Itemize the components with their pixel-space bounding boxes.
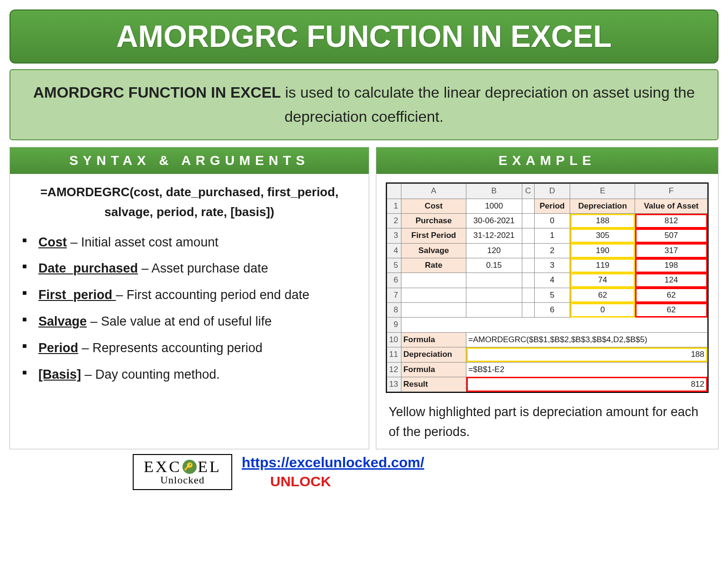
period-4: 4 — [534, 273, 570, 288]
footer: EXC 🔑 EL Unlocked https://excelunlocked.… — [9, 454, 719, 490]
header-value: Value of Asset — [635, 199, 708, 213]
arg-cost: Cost – Initial asset cost amount — [22, 233, 359, 253]
value-salvage: 120 — [466, 243, 522, 258]
dep-1: 305 — [570, 228, 635, 243]
label-rate: Rate — [401, 258, 466, 273]
cell-corner — [387, 184, 401, 199]
period-1: 1 — [534, 228, 570, 243]
col-B: B — [466, 184, 522, 199]
dep-2: 190 — [570, 243, 635, 258]
col-C: C — [522, 184, 534, 199]
two-column-layout: SYNTAX & ARGUMENTS =AMORDEGRC(cost, date… — [9, 147, 719, 449]
value-cost: 1000 — [466, 199, 522, 213]
page-title: AMORDGRC FUNCTION IN EXCEL — [9, 9, 719, 64]
footer-links: https://excelunlocked.com/ UNLOCK — [242, 455, 424, 490]
value-first-period: 31-12-2021 — [466, 228, 522, 243]
formula2-label: Formula — [401, 362, 466, 377]
header-depreciation: Depreciation — [570, 199, 635, 213]
footer-unlock: UNLOCK — [242, 473, 424, 490]
formula1-label: Formula — [401, 332, 466, 347]
logo-top: EXC 🔑 EL — [144, 458, 221, 476]
dep-result-value: 188 — [466, 347, 708, 362]
example-heading: EXAMPLE — [376, 147, 718, 174]
example-body: A B C D E F 1 Cost 1000 Period Depreciat… — [376, 174, 718, 449]
syntax-formula: =AMORDEGRC(cost, date_purchased, first_p… — [19, 182, 359, 222]
value-rate: 0.15 — [466, 258, 522, 273]
argument-list: Cost – Initial asset cost amount Date_pu… — [19, 233, 359, 385]
dep-result-label: Depreciation — [401, 347, 466, 362]
val-6: 62 — [635, 303, 708, 318]
formula1-value: =AMORDEGRC($B$1,$B$2,$B$3,$B$4,D2,$B$5) — [466, 332, 708, 347]
label-cost: Cost — [401, 199, 466, 213]
arg-date-purchased: Date_purchased – Asset purchase date — [22, 259, 359, 279]
val-2: 317 — [635, 243, 708, 258]
val-1: 507 — [635, 228, 708, 243]
logo-bottom: Unlocked — [160, 474, 205, 486]
description-box: AMORDGRC FUNCTION IN EXCEL is used to ca… — [9, 69, 719, 140]
footer-url[interactable]: https://excelunlocked.com/ — [242, 455, 424, 471]
arg-first-period: First_period – First accounting period e… — [22, 285, 359, 305]
val-4: 124 — [635, 273, 708, 288]
period-2: 2 — [534, 243, 570, 258]
example-panel: EXAMPLE A B C D E F 1 Cost — [376, 147, 719, 449]
period-6: 6 — [534, 303, 570, 318]
period-5: 5 — [534, 288, 570, 302]
label-first-period: First Period — [401, 228, 466, 243]
val-0: 812 — [635, 214, 708, 228]
val-3: 198 — [635, 258, 708, 273]
period-0: 0 — [534, 214, 570, 228]
arg-period: Period – Represents accounting period — [22, 338, 359, 358]
spreadsheet: A B C D E F 1 Cost 1000 Period Depreciat… — [386, 182, 709, 393]
col-D: D — [534, 184, 570, 199]
val-5: 62 — [635, 288, 708, 302]
label-purchase: Purchase — [401, 214, 466, 228]
logo: EXC 🔑 EL Unlocked — [133, 454, 232, 490]
col-A: A — [401, 184, 466, 199]
description-rest: is used to calculate the linear deprecia… — [281, 84, 695, 125]
arg-basis: [Basis] – Day counting method. — [22, 365, 359, 385]
dep-3: 119 — [570, 258, 635, 273]
col-F: F — [635, 184, 708, 199]
arg-salvage: Salvage – Sale value at end of useful li… — [22, 312, 359, 332]
key-icon: 🔑 — [182, 460, 197, 474]
syntax-heading: SYNTAX & ARGUMENTS — [10, 147, 369, 174]
header-period: Period — [534, 199, 570, 213]
result-value: 812 — [466, 377, 708, 391]
dep-6: 0 — [570, 303, 635, 318]
example-note: Yellow highlighted part is depreciation … — [386, 402, 709, 442]
col-E: E — [570, 184, 635, 199]
formula2-value: =$B$1-E2 — [466, 362, 708, 377]
result-label: Result — [401, 377, 466, 391]
dep-5: 62 — [570, 288, 635, 302]
period-3: 3 — [534, 258, 570, 273]
syntax-body: =AMORDEGRC(cost, date_purchased, first_p… — [10, 174, 369, 398]
dep-4: 74 — [570, 273, 635, 288]
description-lead: AMORDGRC FUNCTION IN EXCEL — [33, 84, 281, 101]
dep-0: 188 — [570, 214, 635, 228]
syntax-panel: SYNTAX & ARGUMENTS =AMORDEGRC(cost, date… — [9, 147, 369, 449]
spreadsheet-table: A B C D E F 1 Cost 1000 Period Depreciat… — [387, 183, 708, 392]
value-purchase: 30-06-2021 — [466, 214, 522, 228]
label-salvage: Salvage — [401, 243, 466, 258]
